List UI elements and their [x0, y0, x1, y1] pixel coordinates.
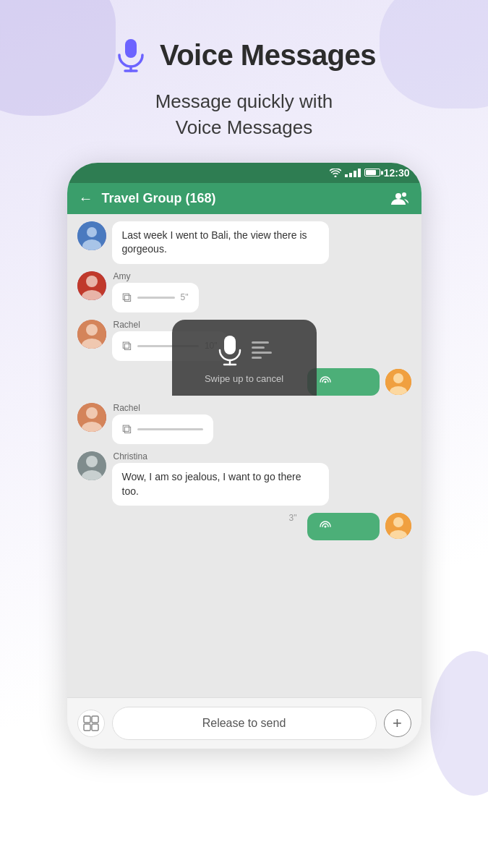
message-bubble: Last week I went to Bali, the view there… — [112, 221, 329, 264]
svg-rect-34 — [92, 724, 98, 731]
user-avatar-img — [77, 403, 106, 432]
svg-point-17 — [324, 380, 326, 383]
bottom-bar: Release to send + — [67, 697, 421, 749]
svg-point-27 — [324, 526, 326, 528]
audio-icon — [319, 375, 332, 388]
header-section: Voice Messages Message quickly with Voic… — [0, 0, 488, 141]
avatar — [77, 403, 106, 432]
release-label: Release to send — [202, 717, 286, 730]
wave-line — [252, 341, 269, 344]
title-row: Voice Messages — [112, 36, 376, 74]
user-avatar-img — [77, 271, 106, 300]
wave-line — [252, 346, 265, 349]
chat-area: Last week I went to Bali, the view there… — [67, 214, 421, 697]
message-sender: Rachel — [114, 403, 213, 413]
wave-line — [252, 352, 272, 354]
svg-point-6 — [87, 227, 97, 237]
page-title: Voice Messages — [160, 39, 376, 72]
svg-rect-31 — [84, 716, 90, 723]
message-content: Rachel ⧉ — [112, 403, 213, 444]
svg-point-9 — [86, 276, 98, 287]
voice-message-bubble-right[interactable] — [307, 513, 380, 540]
recording-overlay: Swipe up to cancel — [172, 320, 317, 396]
table-row: 3" — [77, 513, 411, 540]
signal-icon — [345, 169, 361, 177]
message-sender: Christina — [114, 451, 329, 461]
svg-point-22 — [86, 407, 98, 419]
avatar — [77, 451, 106, 480]
message-row-with-recording: Swipe up to cancel — [77, 368, 411, 396]
audio-icon — [319, 520, 332, 533]
back-button[interactable]: ← — [79, 190, 93, 207]
recording-mic-icon — [217, 334, 243, 366]
status-icons: 12:30 — [330, 167, 410, 179]
message-content: Christina Wow, I am so jealous, I want t… — [112, 451, 329, 506]
svg-point-3 — [395, 193, 401, 199]
wifi-icon — [330, 169, 341, 177]
user-avatar-img — [77, 320, 106, 349]
table-row: Last week I went to Bali, the view there… — [77, 221, 411, 264]
voice-message-bubble[interactable]: ⧉ 5" — [112, 283, 199, 312]
nav-bar: ← Travel Group (168) — [67, 183, 421, 214]
status-bar: 12:30 — [67, 163, 421, 183]
svg-rect-14 — [224, 336, 236, 354]
voice-message-bubble-right[interactable] — [307, 368, 380, 396]
add-attachment-button[interactable]: + — [384, 710, 411, 737]
avatar — [77, 221, 106, 250]
audio-wave-icon: ⧉ — [122, 339, 132, 354]
svg-point-12 — [86, 324, 98, 336]
chat-title: Travel Group (168) — [102, 191, 382, 206]
audio-wave-icon: ⧉ — [122, 422, 132, 437]
avatar — [77, 271, 106, 300]
voice-duration: 3" — [289, 513, 297, 523]
message-content: Last week I went to Bali, the view there… — [112, 221, 329, 264]
table-row: Christina Wow, I am so jealous, I want t… — [77, 451, 411, 506]
svg-point-29 — [393, 517, 403, 527]
voice-duration: 5" — [181, 292, 189, 302]
release-to-send-button[interactable]: Release to send — [112, 707, 377, 740]
message-sender: Amy — [114, 271, 199, 281]
user-avatar-img — [385, 513, 411, 539]
sticker-icon — [83, 715, 99, 731]
avatar — [77, 320, 106, 349]
audio-wave-lines — [252, 341, 272, 359]
battery-icon — [364, 169, 380, 176]
group-icon[interactable] — [391, 191, 410, 205]
table-row: Rachel ⧉ — [77, 403, 411, 444]
audio-progress-bar — [137, 297, 175, 299]
audio-wave-icon: ⧉ — [122, 290, 132, 305]
message-content: Amy ⧉ 5" — [112, 271, 199, 312]
svg-point-4 — [402, 192, 406, 197]
mic-icon — [112, 36, 150, 74]
phone-mockup: 12:30 ← Travel Group (168) — [67, 163, 421, 749]
emoji-button[interactable] — [77, 710, 105, 737]
table-row: Amy ⧉ 5" — [77, 271, 411, 312]
svg-point-25 — [86, 456, 98, 467]
user-avatar-img — [77, 451, 106, 480]
plus-icon: + — [393, 714, 402, 733]
user-avatar-img — [77, 221, 106, 250]
svg-point-19 — [393, 373, 403, 383]
swipe-cancel-label: Swipe up to cancel — [205, 373, 283, 384]
status-time: 12:30 — [384, 167, 410, 179]
svg-rect-33 — [84, 724, 90, 731]
avatar — [385, 369, 411, 395]
svg-rect-32 — [92, 716, 98, 723]
avatar — [385, 513, 411, 539]
user-avatar-img — [385, 369, 411, 395]
phone-wrapper: 12:30 ← Travel Group (168) — [0, 163, 488, 749]
wave-line — [252, 357, 262, 359]
svg-rect-0 — [125, 39, 137, 58]
message-bubble: Wow, I am so jealous, I want to go there… — [112, 463, 329, 506]
voice-message-bubble[interactable]: ⧉ — [112, 414, 213, 444]
subtitle: Message quickly with Voice Messages — [155, 88, 333, 141]
